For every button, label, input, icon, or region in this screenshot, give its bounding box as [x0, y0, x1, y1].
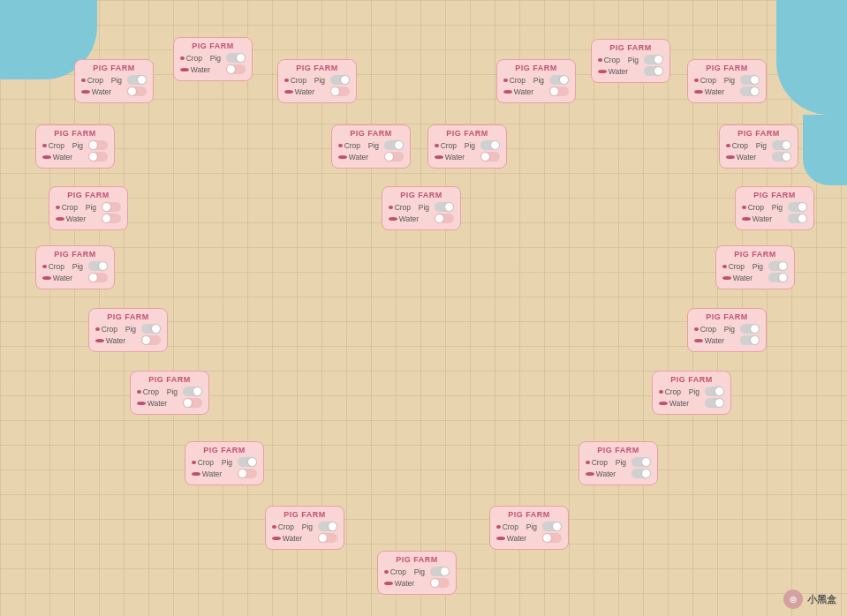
farm-title: PIG FARM: [180, 41, 246, 50]
water-toggle[interactable]: [238, 469, 257, 478]
farm-card-c13: PIG FARM Crop Pig Water: [735, 186, 814, 230]
crop-toggle[interactable]: [644, 55, 663, 64]
crop-row: Crop Pig: [722, 261, 788, 271]
farm-card-c15: PIG FARM Crop Pig Water: [715, 245, 795, 289]
water-label: Water: [609, 67, 628, 76]
water-toggle[interactable]: [480, 152, 500, 162]
crop-toggle[interactable]: [740, 75, 760, 85]
farm-title: PIG FARM: [192, 446, 257, 454]
farm-title: PIG FARM: [56, 191, 121, 199]
water-toggle[interactable]: [705, 398, 724, 408]
crop-row: Crop Pig: [42, 261, 108, 271]
crop-toggle[interactable]: [768, 261, 788, 271]
crop-toggle[interactable]: [705, 387, 724, 396]
water-toggle[interactable]: [141, 335, 161, 345]
water-label: Water: [399, 214, 419, 223]
crop-toggle[interactable]: [549, 75, 569, 85]
crop-row: Crop Pig: [272, 522, 337, 531]
water-dot: [598, 70, 607, 73]
water-toggle[interactable]: [127, 86, 147, 96]
crop-toggle[interactable]: [141, 324, 161, 334]
water-row: Water: [503, 86, 569, 96]
water-toggle[interactable]: [542, 533, 562, 543]
water-row: Water: [42, 152, 108, 162]
water-toggle[interactable]: [435, 214, 454, 223]
crop-row: Crop Pig: [726, 140, 791, 150]
farm-title: PIG FARM: [435, 129, 500, 138]
water-toggle[interactable]: [768, 273, 788, 282]
water-toggle[interactable]: [631, 469, 651, 478]
crop-toggle[interactable]: [480, 140, 500, 150]
water-toggle[interactable]: [788, 214, 807, 223]
water-toggle[interactable]: [88, 152, 108, 162]
crop-toggle[interactable]: [772, 140, 791, 150]
water-toggle[interactable]: [102, 214, 121, 223]
water-row: Water: [338, 152, 404, 162]
crop-toggle[interactable]: [430, 567, 450, 576]
pig-label: Pig: [628, 56, 639, 64]
pig-label: Pig: [72, 262, 83, 271]
water-toggle[interactable]: [549, 86, 569, 96]
farm-title: PIG FARM: [659, 375, 724, 384]
water-toggle[interactable]: [740, 86, 760, 96]
watermark-icon: ◎: [783, 590, 803, 609]
farm-title: PIG FARM: [384, 555, 450, 564]
water-dot: [586, 472, 594, 476]
farm-card-c9: PIG FARM Crop Pig Water: [427, 124, 507, 169]
pig-label: Pig: [302, 522, 313, 531]
crop-dot: [272, 525, 276, 529]
water-toggle[interactable]: [430, 578, 450, 588]
farm-title: PIG FARM: [742, 191, 807, 199]
crop-dot: [137, 390, 141, 394]
water-label: Water: [514, 87, 533, 96]
crop-row: Crop Pig: [503, 75, 569, 85]
water-row: Water: [435, 152, 500, 162]
crop-label: Crop: [390, 567, 406, 576]
pig-label: Pig: [414, 567, 425, 576]
water-dot: [338, 155, 347, 159]
crop-toggle[interactable]: [631, 457, 651, 467]
water-label: Water: [752, 214, 772, 223]
farm-title: PIG FARM: [272, 510, 337, 519]
water-toggle[interactable]: [644, 66, 663, 76]
crop-label: Crop: [665, 387, 681, 396]
crop-toggle[interactable]: [330, 75, 350, 85]
crop-toggle[interactable]: [384, 140, 404, 150]
crop-row: Crop Pig: [496, 522, 562, 531]
water-toggle[interactable]: [330, 86, 350, 96]
crop-toggle[interactable]: [542, 522, 562, 531]
water-dot: [496, 537, 505, 540]
crop-toggle[interactable]: [88, 261, 108, 271]
water-label: Water: [53, 274, 72, 282]
crop-dot: [722, 265, 727, 268]
water-row: Water: [81, 86, 147, 96]
crop-toggle[interactable]: [740, 324, 760, 334]
crop-toggle[interactable]: [102, 202, 121, 212]
crop-toggle[interactable]: [238, 457, 257, 467]
water-row: Water: [284, 86, 350, 96]
water-toggle[interactable]: [318, 533, 337, 543]
crop-toggle[interactable]: [183, 387, 202, 396]
farm-card-c2: PIG FARM Crop Pig Water: [173, 37, 253, 81]
crop-toggle[interactable]: [88, 140, 108, 150]
water-toggle[interactable]: [183, 398, 202, 408]
farm-title: PIG FARM: [42, 250, 108, 259]
crop-label: Crop: [592, 458, 608, 467]
crop-dot: [389, 206, 393, 209]
crop-label: Crop: [143, 387, 159, 396]
pig-label: Pig: [752, 262, 763, 271]
crop-label: Crop: [732, 141, 748, 150]
crop-label: Crop: [102, 325, 117, 334]
crop-row: Crop Pig: [180, 53, 246, 63]
crop-toggle[interactable]: [127, 75, 147, 85]
crop-toggle[interactable]: [318, 522, 337, 531]
water-toggle[interactable]: [772, 152, 791, 162]
crop-toggle[interactable]: [226, 53, 246, 63]
water-dot: [56, 217, 64, 221]
crop-toggle[interactable]: [435, 202, 454, 212]
water-toggle[interactable]: [226, 64, 246, 74]
water-toggle[interactable]: [740, 335, 760, 345]
water-toggle[interactable]: [384, 152, 404, 162]
water-toggle[interactable]: [88, 273, 108, 282]
crop-toggle[interactable]: [788, 202, 807, 212]
